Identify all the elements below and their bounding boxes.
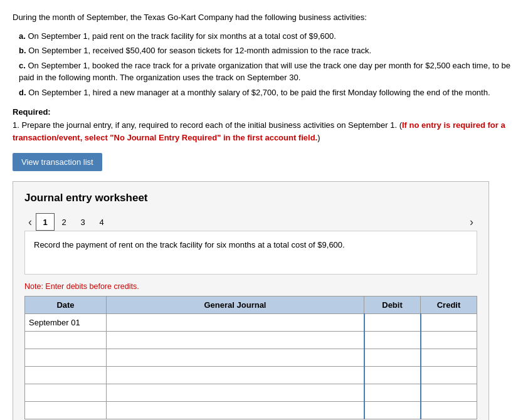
required-number: 1. <box>13 120 19 130</box>
table-cell-credit[interactable] <box>421 314 477 332</box>
journal-table: Date General Journal Debit Credit Septem… <box>24 296 477 419</box>
table-cell-journal[interactable] <box>107 332 364 349</box>
table-row <box>25 367 477 384</box>
table-cell-debit[interactable] <box>364 384 421 402</box>
table-cell-debit[interactable] <box>364 332 421 349</box>
table-cell-date[interactable] <box>25 367 107 384</box>
table-cell-journal[interactable] <box>107 349 364 367</box>
page-1-button[interactable]: 1 <box>36 213 55 231</box>
table-row <box>25 402 477 419</box>
page-3-button[interactable]: 3 <box>73 213 92 231</box>
activity-item: b. On September 1, received $50,400 for … <box>19 45 515 57</box>
page-next-button[interactable]: › <box>466 214 477 230</box>
table-cell-credit[interactable] <box>421 349 477 367</box>
table-cell-debit[interactable] <box>364 349 421 367</box>
table-cell-journal[interactable] <box>107 402 364 419</box>
view-transaction-list-button[interactable]: View transaction list <box>13 153 102 171</box>
intro-text: During the month of September, the Texas… <box>13 11 515 24</box>
required-text: 1. Prepare the journal entry, if any, re… <box>13 119 515 144</box>
col-header-credit: Credit <box>421 297 477 314</box>
table-cell-credit[interactable] <box>421 367 477 384</box>
table-cell-journal[interactable] <box>107 314 364 332</box>
table-cell-credit[interactable] <box>421 332 477 349</box>
table-cell-debit[interactable] <box>364 367 421 384</box>
table-cell-date[interactable] <box>25 384 107 402</box>
activity-item: a. On September 1, paid rent on the trac… <box>19 30 515 43</box>
table-cell-credit[interactable] <box>421 384 477 402</box>
activity-item: d. On September 1, hired a new manager a… <box>19 87 515 99</box>
required-label: Required: <box>13 107 515 117</box>
table-row: September 01 <box>25 314 477 332</box>
page-prev-button[interactable]: ‹ <box>24 214 36 230</box>
worksheet-container: Journal entry worksheet ‹ 1 2 3 4 › Reco… <box>13 181 489 420</box>
col-header-debit: Debit <box>364 297 421 314</box>
required-section: Required: 1. Prepare the journal entry, … <box>13 107 515 144</box>
table-cell-date[interactable] <box>25 332 107 349</box>
pagination: ‹ 1 2 3 4 › <box>24 213 477 231</box>
required-plain: Prepare the journal entry, if any, requi… <box>21 120 402 130</box>
table-row <box>25 384 477 402</box>
record-description: Record the payment of rent on the track … <box>24 231 477 275</box>
required-red2: ) <box>317 133 320 142</box>
table-cell-journal[interactable] <box>107 384 364 402</box>
table-row <box>25 332 477 349</box>
table-cell-debit[interactable] <box>364 314 421 332</box>
table-cell-credit[interactable] <box>421 402 477 419</box>
activity-item: c. On September 1, booked the race track… <box>19 60 515 84</box>
worksheet-title: Journal entry worksheet <box>24 192 477 204</box>
col-header-date: Date <box>25 297 107 314</box>
table-cell-date[interactable] <box>25 349 107 367</box>
page-2-button[interactable]: 2 <box>55 213 73 231</box>
col-header-journal: General Journal <box>107 297 364 314</box>
activities-list: a. On September 1, paid rent on the trac… <box>13 30 515 99</box>
table-cell-debit[interactable] <box>364 402 421 419</box>
page-4-button[interactable]: 4 <box>92 213 111 231</box>
note-text: Note: Enter debits before credits. <box>24 282 477 291</box>
table-cell-date[interactable] <box>25 402 107 419</box>
table-row <box>25 349 477 367</box>
table-cell-journal[interactable] <box>107 367 364 384</box>
table-cell-date[interactable]: September 01 <box>25 314 107 332</box>
